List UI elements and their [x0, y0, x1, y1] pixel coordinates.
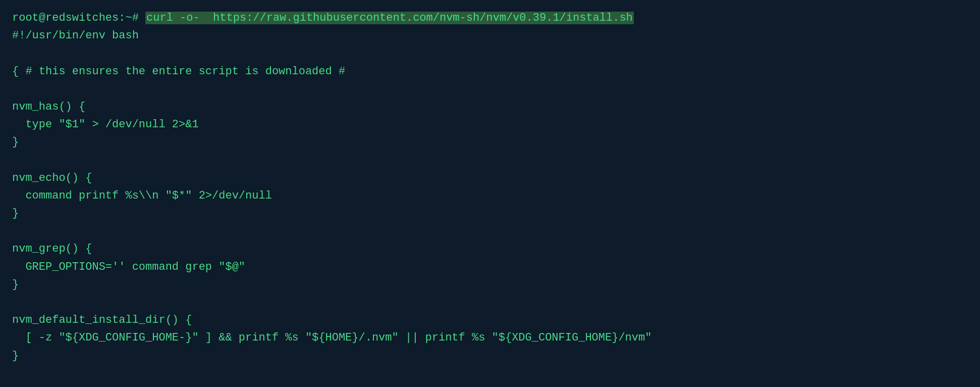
output-line-14: }: [12, 276, 968, 294]
output-line-17: [ -z "${XDG_CONFIG_HOME-}" ] && printf %…: [12, 329, 968, 347]
empty-line-15: [12, 294, 968, 311]
output-line-0: #!/usr/bin/env bash: [12, 27, 968, 44]
output-line-6: }: [12, 133, 968, 151]
output-line-12: nvm_grep() {: [12, 240, 968, 258]
command-line: root@redswitches:~# curl -o- https://raw…: [12, 9, 968, 27]
output-line-9: command printf %s\\n "$*" 2>/dev/null: [12, 187, 968, 205]
output-line-5: type "$1" > /dev/null 2>&1: [12, 116, 968, 133]
output-line-13: GREP_OPTIONS='' command grep "$@": [12, 258, 968, 276]
empty-line-1: [12, 44, 968, 62]
command-highlight: curl -o- https://raw.githubusercontent.c…: [145, 12, 634, 24]
empty-line-7: [12, 152, 968, 169]
empty-line-3: [12, 80, 968, 98]
terminal-window: root@redswitches:~# curl -o- https://raw…: [12, 9, 968, 387]
output-line-16: nvm_default_install_dir() {: [12, 311, 968, 329]
output-line-18: }: [12, 347, 968, 365]
empty-line-11: [12, 222, 968, 240]
output-line-2: { # this ensures the entire script is do…: [12, 63, 968, 80]
output-line-8: nvm_echo() {: [12, 169, 968, 187]
output-line-4: nvm_has() {: [12, 98, 968, 116]
prompt: root@redswitches:~#: [12, 12, 139, 24]
output-line-10: }: [12, 205, 968, 222]
